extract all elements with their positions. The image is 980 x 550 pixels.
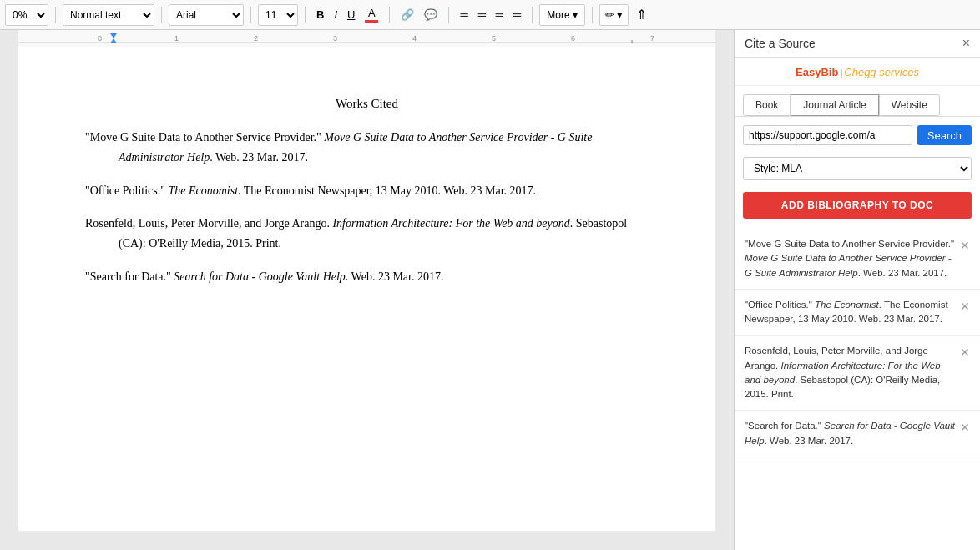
svg-text:1: 1	[174, 34, 179, 43]
cite-panel-title: Cite a Source	[745, 37, 816, 50]
remove-entry-1-button[interactable]: ✕	[960, 239, 970, 252]
svg-text:3: 3	[333, 34, 337, 43]
cite-panel-header: Cite a Source ×	[735, 30, 980, 58]
cit1-text2: . Web. 23 Mar. 2017.	[210, 151, 308, 164]
align-left-button[interactable]: ═	[456, 4, 472, 26]
document-area[interactable]: 0 1 2 3 4 5 6 7 Works Cited "Move G Suit…	[0, 30, 734, 550]
pen-button[interactable]: ✏ ▾	[599, 4, 629, 26]
tab-journal-article[interactable]: Journal Article	[791, 94, 878, 116]
italic-button[interactable]: I	[330, 4, 341, 26]
entry1-text1: "Move G Suite Data to Another Service Pr…	[745, 239, 954, 249]
zoom-group: 0%	[5, 4, 48, 26]
search-row: Search	[735, 117, 980, 154]
cite-entry-1-text: "Move G Suite Data to Another Service Pr…	[745, 237, 955, 280]
citation-1: "Move G Suite Data to Another Service Pr…	[85, 128, 649, 168]
font-size-select[interactable]: 11	[258, 4, 298, 26]
font-select[interactable]: Arial	[169, 4, 244, 26]
svg-rect-0	[18, 30, 715, 47]
ruler: 0 1 2 3 4 5 6 7	[18, 30, 715, 47]
color-bar	[365, 20, 378, 23]
cit4-italic: Search for Data - Google Vault Help	[174, 270, 346, 283]
works-cited-title: Works Cited	[85, 97, 649, 111]
toolbar: 0% Normal text Arial 11 B I U A 🔗 💬	[0, 0, 980, 30]
size-group: 11	[258, 4, 298, 26]
logo-easy: Easy	[796, 66, 821, 78]
sep7	[532, 7, 533, 23]
link-group: 🔗 💬	[397, 4, 442, 26]
remove-entry-4-button[interactable]: ✕	[960, 421, 970, 434]
svg-text:0: 0	[98, 34, 102, 43]
align-justify-button[interactable]: ═	[509, 4, 525, 26]
url-input[interactable]	[743, 125, 912, 145]
document-page: Works Cited "Move G Suite Data to Anothe…	[18, 47, 715, 531]
sep2	[161, 7, 162, 23]
cite-entry-3: Rosenfeld, Louis, Peter Morville, and Jo…	[735, 336, 980, 411]
close-panel-button[interactable]: ×	[962, 37, 970, 50]
cite-entry-4-text: "Search for Data." Search for Data - Goo…	[745, 419, 955, 448]
entry4-text2: . Web. 23 Mar. 2017.	[765, 436, 854, 446]
svg-text:6: 6	[571, 34, 575, 43]
align-group: ═ ═ ═ ═	[456, 4, 525, 26]
cite-entry-2-text: "Office Politics." The Economist. The Ec…	[745, 298, 955, 327]
logo-bib: Bib	[821, 66, 838, 78]
main-area: 0 1 2 3 4 5 6 7 Works Cited "Move G Suit…	[0, 30, 980, 550]
cit4-text1: "Search for Data."	[85, 270, 174, 283]
cit2-italic: The Economist	[168, 184, 238, 197]
remove-entry-3-button[interactable]: ✕	[960, 346, 970, 359]
cite-entries-list: "Move G Suite Data to Another Service Pr…	[735, 229, 980, 457]
align-center-button[interactable]: ═	[474, 4, 490, 26]
more-button[interactable]: More ▾	[539, 4, 585, 26]
cit2-text2: . The Economist Newspaper, 13 May 2010. …	[238, 184, 536, 197]
entry1-text2: . Web. 23 Mar. 2017.	[858, 268, 947, 278]
ruler-svg: 0 1 2 3 4 5 6 7	[18, 30, 715, 47]
svg-text:2: 2	[254, 34, 258, 43]
svg-text:4: 4	[412, 34, 417, 43]
style-group: Normal text	[63, 4, 154, 26]
svg-text:7: 7	[650, 34, 654, 43]
cit3-text1: Rosenfeld, Louis, Peter Morville, and Jo…	[85, 217, 332, 230]
svg-text:5: 5	[492, 34, 496, 43]
link-button[interactable]: 🔗	[397, 4, 418, 26]
paragraph-style-select[interactable]: Normal text	[63, 4, 154, 26]
pen-icon: ✏	[605, 8, 614, 21]
easybib-logo: EasyBib|Chegg services	[735, 58, 980, 86]
cit1-text1: "Move G Suite Data to Another Service Pr…	[85, 131, 324, 144]
sep5	[389, 7, 390, 23]
cit2-text1: "Office Politics."	[85, 184, 168, 197]
font-group: Arial	[169, 4, 244, 26]
bold-button[interactable]: B	[312, 4, 328, 26]
comment-button[interactable]: 💬	[420, 4, 442, 26]
sep3	[250, 7, 251, 23]
pen-dropdown-icon: ▾	[617, 8, 623, 21]
zoom-select[interactable]: 0%	[5, 4, 48, 26]
cite-panel: Cite a Source × EasyBib|Chegg services B…	[734, 30, 980, 550]
logo-chegg: Chegg services	[844, 66, 919, 78]
cite-entry-3-text: Rosenfeld, Louis, Peter Morville, and Jo…	[745, 344, 955, 401]
add-bibliography-button[interactable]: ADD BIBLIOGRAPHY TO DOC	[743, 192, 972, 219]
tab-book[interactable]: Book	[743, 94, 791, 116]
source-tabs: Book Journal Article Website	[735, 86, 980, 117]
font-color-button[interactable]: A	[361, 4, 382, 26]
tab-website[interactable]: Website	[879, 94, 940, 116]
entry4-text1: "Search for Data."	[745, 421, 824, 431]
align-right-button[interactable]: ═	[492, 4, 508, 26]
remove-entry-2-button[interactable]: ✕	[960, 300, 970, 313]
entry2-italic: The Economist	[815, 300, 879, 310]
cite-entry-4: "Search for Data." Search for Data - Goo…	[735, 411, 980, 457]
cit3-italic: Information Architecture: For the Web an…	[332, 217, 569, 230]
font-color-icon: A	[365, 7, 378, 23]
logo-separator: |	[840, 68, 842, 78]
search-button[interactable]: Search	[917, 125, 972, 145]
sep8	[592, 7, 593, 23]
style-row: Style: MLA Style: APA Style: Chicago	[735, 154, 980, 189]
cit4-text2: . Web. 23 Mar. 2017.	[346, 270, 444, 283]
cite-entry-2: "Office Politics." The Economist. The Ec…	[735, 290, 980, 336]
sep6	[448, 7, 449, 23]
underline-button[interactable]: U	[343, 4, 359, 26]
sep1	[55, 7, 56, 23]
entry2-text1: "Office Politics."	[745, 300, 815, 310]
citation-3: Rosenfeld, Louis, Peter Morville, and Jo…	[85, 214, 649, 254]
cite-entry-1: "Move G Suite Data to Another Service Pr…	[735, 229, 980, 290]
style-select[interactable]: Style: MLA Style: APA Style: Chicago	[743, 157, 972, 180]
collapse-button[interactable]: ⇑	[632, 4, 651, 26]
